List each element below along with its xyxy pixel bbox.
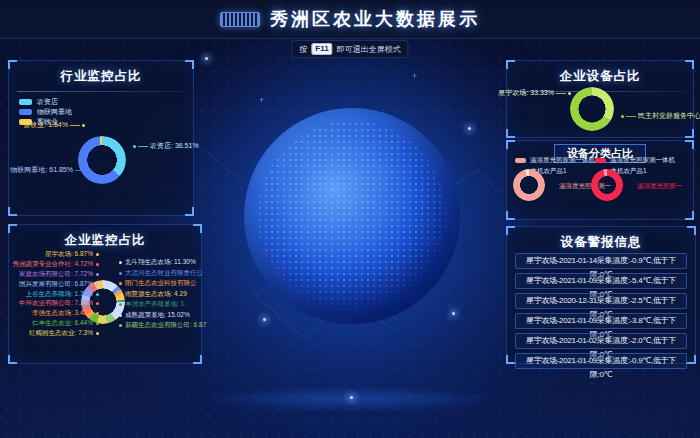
legend-swatch [19, 99, 32, 105]
series-text: 仁丰生态农业: 6.44% [32, 319, 93, 328]
panel-enterprise-device-ratio: 企业设备占比 星宇农场: 33.33% 民主村党群服务中心: [506, 60, 694, 138]
plus-star-icon: + [259, 95, 264, 105]
callout-line [556, 93, 566, 94]
panel-industry-monitor-ratio: 行业监控占比 农资店物联网基地畜牧业 畜牧业: 1.64% 农资店: 36.51… [8, 60, 194, 216]
corner-decoration [687, 226, 696, 235]
callout-dot [621, 115, 624, 118]
series-dot [119, 261, 122, 264]
callout-line [626, 116, 636, 117]
panel-title: 设备警报信息 [507, 227, 695, 251]
enterprise-labels-left: 星宇农场: 6.87%秀洲蔬菜专业合作社: 4.72%家庭农场有限公司: 7.7… [11, 251, 99, 337]
category-donut-left[interactable] [513, 169, 545, 201]
enterprise-labels-right: 北斗翔生态农场: 11.30%大运河生态牧业有限责任公阳门生态农业科技有限公雨慧… [119, 259, 199, 329]
header: 秀洲区农业大数据展示 [0, 0, 700, 39]
series-label: 星宇农场: 6.87% [11, 251, 99, 258]
series-text: 星宇农场: 6.87% [45, 250, 93, 259]
divider [17, 91, 185, 92]
corner-decoration [685, 140, 694, 149]
series-dot [96, 332, 99, 335]
callout-dot [133, 145, 136, 148]
corner-decoration [685, 211, 694, 220]
dashboard: + + 秀洲区农业大数据展示 按 F11 即可退出全屏模式 行业监控占比 农资店… [0, 0, 700, 438]
corner-decoration [506, 226, 515, 235]
page-title: 秀洲区农业大数据展示 [270, 7, 480, 31]
alert-row: 星宇农场-2021-01-02采集温度:-2.0℃,低于下限:0℃ [515, 333, 687, 349]
series-text: 丰润水产养殖基地: 1. [125, 300, 186, 309]
series-label: 大运河生态牧业有限责任公 [119, 270, 199, 277]
globe-graphic [244, 108, 460, 324]
panel-device-category-ratio: 设备分类占比 温湿度光照探测一体机 一体机农产品1 温湿度光照探测一 温湿度光照… [506, 140, 694, 220]
series-text: 家庭农场有限公司: 7.72% [19, 270, 93, 279]
series-dot [96, 253, 99, 256]
corner-decoration [506, 129, 515, 138]
series-dot [119, 293, 122, 296]
series-label: 新颖生态农业有限公司: 6.87 [119, 322, 199, 329]
panel-title: 企业设备占比 [507, 61, 693, 85]
star-decoration [350, 396, 353, 399]
alert-row: 星宇农场-2021-01-09采集温度:-0.9℃,低于下限:0℃ [515, 353, 687, 369]
corner-decoration [687, 355, 696, 364]
series-label: 家庭农场有限公司: 7.72% [11, 271, 99, 278]
series-text: 北斗翔生态农场: 11.30% [125, 258, 196, 267]
donut-label-service-center: 民主村党群服务中心: [621, 111, 700, 121]
series-dot [119, 303, 122, 306]
hint-suffix: 即可退出全屏模式 [337, 44, 401, 55]
corner-decoration [685, 129, 694, 138]
star-decoration [263, 318, 266, 321]
series-dot [119, 282, 122, 285]
hint-prefix: 按 [299, 44, 307, 55]
category-donut-right[interactable] [591, 169, 623, 201]
series-text: 国兴发展有限公司: 6.87% [19, 280, 93, 289]
series-label: 红梅园生态农业: 7.3% [11, 330, 99, 337]
callout-line [70, 125, 80, 126]
series-dot [119, 324, 122, 327]
legend-swatch [19, 109, 32, 115]
alert-list: 星宇农场-2021-01-14采集温度:-0.9℃,低于下限:0℃星宇农场-20… [515, 253, 687, 369]
callout-line [75, 170, 85, 171]
callout-dot [87, 169, 90, 172]
corner-decoration [506, 211, 515, 220]
corner-decoration [506, 60, 515, 69]
callout-text: 民主村党群服务中心: [638, 111, 700, 121]
legend-item[interactable]: 物联网基地 [19, 107, 193, 117]
plus-star-icon: + [412, 71, 417, 81]
series-label: 雨慧源生态农场: 4.29 [119, 291, 199, 298]
series-label: 上谷生态养殖场: 1.72% [11, 291, 99, 298]
series-dot [96, 322, 99, 325]
star-decoration [452, 312, 455, 315]
star-decoration [205, 57, 208, 60]
corner-decoration [506, 140, 515, 149]
corner-decoration [506, 355, 515, 364]
series-dot [96, 263, 99, 266]
alert-row: 星宇农场-2021-01-14采集温度:-0.9℃,低于下限:0℃ [515, 253, 687, 269]
category-legend-left[interactable]: 温湿度光照探测一体机 [515, 156, 595, 165]
corner-decoration [8, 60, 17, 69]
category-legend-right[interactable]: 温湿度光照探测一体机 [595, 156, 675, 165]
device-ratio-donut-chart[interactable] [570, 87, 614, 131]
callout-line [138, 146, 148, 147]
legend-item[interactable]: 农资店 [19, 97, 193, 107]
donut-label-iot-base: 物联网基地: 61.85% [10, 165, 90, 175]
alert-row: 星宇农场-2021-01-09采集温度:-5.4℃,低于下限:0℃ [515, 273, 687, 289]
series-label: 中环农业有限公司: 7.29% [11, 300, 99, 307]
series-text: 中环农业有限公司: 7.29% [19, 299, 93, 308]
callout-text: 星宇农场: 33.33% [498, 88, 554, 98]
industry-donut-chart[interactable] [78, 136, 126, 184]
series-dot [96, 312, 99, 315]
callout-dot [82, 124, 85, 127]
corner-decoration [8, 207, 17, 216]
series-dot [96, 302, 99, 305]
series-text: 李强生态农场: 3.43% [32, 309, 93, 318]
fullscreen-hint: 按 F11 即可退出全屏模式 [291, 40, 408, 58]
panel-device-alerts: 设备警报信息 星宇农场-2021-01-14采集温度:-0.9℃,低于下限:0℃… [506, 226, 696, 364]
legend-label: 温湿度光照探测一体机 [530, 156, 595, 165]
series-label: 国兴发展有限公司: 6.87% [11, 281, 99, 288]
callout-text: 畜牧业: 1.64% [23, 120, 68, 130]
legend-label: 温湿度光照探测一体机 [610, 156, 675, 165]
category-callout-right: 温湿度光照探一 [637, 182, 683, 191]
donut-label-livestock: 畜牧业: 1.64% [23, 120, 85, 130]
series-label: 阳门生态农业科技有限公 [119, 280, 199, 287]
series-label: 成熟蔬菜基地: 15.02% [119, 312, 199, 319]
callout-text: 物联网基地: 61.85% [10, 165, 73, 175]
legend-swatch [595, 158, 606, 163]
